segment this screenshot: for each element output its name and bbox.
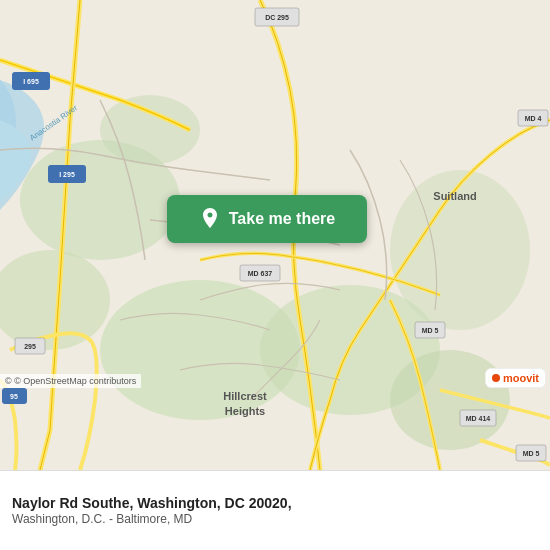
- svg-text:MD 5: MD 5: [523, 450, 540, 457]
- svg-text:Heights: Heights: [225, 405, 265, 417]
- moovit-label: moovit: [503, 372, 539, 384]
- svg-text:95: 95: [10, 393, 18, 400]
- osm-attribution: © © OpenStreetMap contributors: [0, 374, 141, 388]
- svg-text:295: 295: [24, 343, 36, 350]
- address-line2: Washington, D.C. - Baltimore, MD: [12, 512, 538, 528]
- moovit-dot: [492, 374, 500, 382]
- svg-text:MD 4: MD 4: [525, 115, 542, 122]
- location-pin-icon: [199, 208, 221, 230]
- svg-text:DC 295: DC 295: [265, 14, 289, 21]
- address-line1: Naylor Rd Southe, Washington, DC 20020,: [12, 494, 538, 512]
- svg-point-6: [390, 350, 510, 450]
- moovit-logo: moovit: [485, 368, 546, 388]
- svg-text:Hillcrest: Hillcrest: [223, 390, 267, 402]
- svg-text:MD 637: MD 637: [248, 270, 273, 277]
- svg-text:Suitland: Suitland: [433, 190, 476, 202]
- svg-text:MD 5: MD 5: [422, 327, 439, 334]
- copyright-symbol: ©: [5, 376, 12, 386]
- svg-text:MD 414: MD 414: [466, 415, 491, 422]
- svg-text:I 295: I 295: [59, 171, 75, 178]
- osm-text: © OpenStreetMap contributors: [14, 376, 136, 386]
- take-me-there-label: Take me there: [229, 210, 335, 228]
- svg-text:I 695: I 695: [23, 78, 39, 85]
- map-container: I 695 DC 295 I 295 295 95 MD 4 MD 637 MD…: [0, 0, 550, 470]
- info-bar: Naylor Rd Southe, Washington, DC 20020, …: [0, 470, 550, 550]
- address-block: Naylor Rd Southe, Washington, DC 20020, …: [12, 494, 538, 528]
- take-me-there-button[interactable]: Take me there: [167, 195, 367, 243]
